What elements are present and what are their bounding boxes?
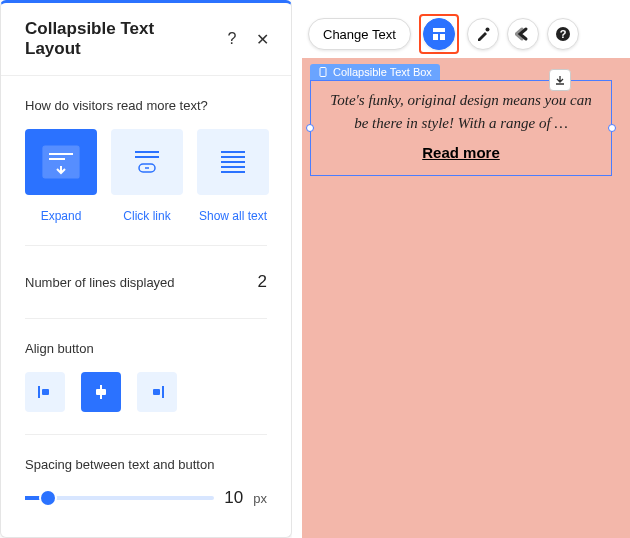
svg-rect-24: [320, 68, 326, 77]
drag-handle-icon[interactable]: [549, 69, 571, 91]
align-section: Align button: [25, 319, 267, 435]
slider-thumb[interactable]: [41, 491, 55, 505]
read-mode-option-showall[interactable]: Show all text: [197, 129, 269, 223]
layout-settings-panel: Collapsible Text Layout ? ✕ How do visit…: [0, 0, 292, 538]
element-type-label: Collapsible Text Box: [310, 64, 440, 80]
panel-header: Collapsible Text Layout ? ✕: [1, 3, 291, 76]
lines-label: Number of lines displayed: [25, 275, 175, 290]
design-button[interactable]: [467, 18, 499, 50]
layout-button[interactable]: [423, 18, 455, 50]
close-icon[interactable]: ✕: [253, 30, 271, 48]
link-icon: [111, 129, 183, 195]
svg-rect-19: [433, 34, 438, 40]
help-icon[interactable]: ?: [223, 30, 241, 48]
read-mode-caption-showall: Show all text: [199, 209, 267, 223]
read-mode-option-link[interactable]: Click link: [111, 129, 183, 223]
animation-button[interactable]: [507, 18, 539, 50]
align-right-button[interactable]: [137, 372, 177, 412]
element-toolbar: Change Text ?: [308, 14, 579, 54]
panel-body: How do visitors read more text? Expand: [1, 76, 291, 537]
layout-button-highlight: [419, 14, 459, 54]
spacing-label: Spacing between text and button: [25, 457, 267, 472]
svg-point-21: [485, 28, 489, 32]
expand-icon: [25, 129, 97, 195]
align-label: Align button: [25, 341, 267, 356]
align-options: [25, 372, 267, 412]
resize-handle-right[interactable]: [608, 124, 616, 132]
mobile-icon: [318, 67, 328, 77]
sample-text[interactable]: Tote's funky, original design means you …: [323, 89, 599, 134]
spacing-slider[interactable]: [25, 496, 214, 500]
collapsible-text-box[interactable]: Tote's funky, original design means you …: [310, 80, 612, 176]
svg-rect-17: [153, 389, 160, 395]
lines-section: Number of lines displayed 2: [25, 246, 267, 319]
read-mode-caption-expand: Expand: [41, 209, 82, 223]
read-mode-label: How do visitors read more text?: [25, 98, 267, 113]
resize-handle-left[interactable]: [306, 124, 314, 132]
svg-rect-18: [433, 28, 445, 32]
align-left-button[interactable]: [25, 372, 65, 412]
read-more-link[interactable]: Read more: [323, 144, 599, 161]
panel-title: Collapsible Text Layout: [25, 19, 211, 59]
read-mode-option-expand[interactable]: Expand: [25, 129, 97, 223]
svg-rect-15: [96, 389, 106, 395]
read-mode-options: Expand Click link: [25, 129, 267, 223]
spacing-value[interactable]: 10: [224, 488, 243, 508]
help-button[interactable]: ?: [547, 18, 579, 50]
canvas-area: Change Text ? Collapsible Text Box Tote'…: [292, 0, 630, 538]
align-center-button[interactable]: [81, 372, 121, 412]
svg-text:?: ?: [559, 28, 566, 40]
change-text-button[interactable]: Change Text: [308, 18, 411, 50]
spacing-unit: px: [253, 491, 267, 506]
read-mode-section: How do visitors read more text? Expand: [25, 76, 267, 246]
read-mode-caption-link: Click link: [123, 209, 170, 223]
spacing-control: 10px: [25, 488, 267, 508]
svg-rect-20: [440, 34, 445, 40]
lines-value[interactable]: 2: [258, 272, 267, 292]
show-all-icon: [197, 129, 269, 195]
svg-rect-13: [42, 389, 49, 395]
spacing-section: Spacing between text and button 10px: [25, 435, 267, 530]
